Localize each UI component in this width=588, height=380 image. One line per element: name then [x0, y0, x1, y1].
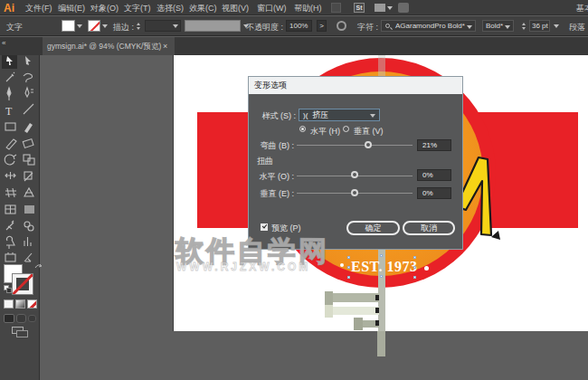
- svg-text:T: T: [5, 105, 13, 118]
